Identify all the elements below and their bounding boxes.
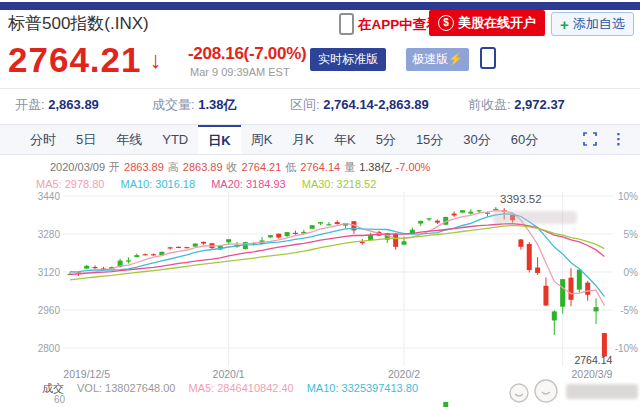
volume-scale-label: 60 [54,394,65,405]
more-options-icon[interactable]: ⋮ [611,130,626,148]
candle-body [569,278,574,300]
fast-version-label: 极速版 [412,52,448,66]
ma-legend-0: MA5: 2978.80 [36,178,105,190]
candle-body [143,254,148,255]
pct-axis-label: -10% [615,343,638,354]
candle-body [276,234,281,238]
candle-body [435,221,440,223]
candle-body [218,246,223,250]
candle-body [285,232,290,236]
candle-body [84,266,89,269]
fast-version-badge[interactable]: 极速版⚡ [406,48,469,71]
x-axis-label: 2020/2 [388,368,420,380]
tab-30分[interactable]: 30分 [453,125,500,154]
ohlc-label: 低 [285,161,296,173]
quote-timestamp: Mar 9 09:39AM EST [190,66,290,78]
candle-body [235,245,240,247]
candle-body [193,244,198,247]
price-axis-label: 3440 [38,191,61,202]
ohlc-value: 2863.89 [124,161,164,173]
ma-legend-1: MA10: 3016.18 [121,178,196,190]
tab-分时[interactable]: 分时 [20,125,66,154]
stock-quote-page: 标普500指数(.INX) 在APP中查看 $ 美股在线开户 + 添加自选 27… [0,0,640,407]
candle-body [243,242,248,249]
tab-年线[interactable]: 年线 [106,125,152,154]
candle-body [101,268,106,269]
ma20-line [70,224,604,275]
ma-legend-3: MA30: 3218.52 [302,178,377,190]
candle-body [226,239,231,242]
view-in-app-link[interactable]: 在APP中查看 [358,16,440,34]
candle-body [493,209,498,210]
candle-body [527,244,532,270]
watermark [493,211,638,402]
realtime-version-badge[interactable]: 实时标准版 [310,48,386,71]
tab-YTD[interactable]: YTD [152,125,198,154]
candle-body [402,241,407,244]
lightning-icon: ⚡ [448,52,463,66]
fullscreen-icon[interactable] [583,132,597,146]
candle-body [485,213,490,214]
tab-年K[interactable]: 年K [324,125,366,154]
dollar-circle-icon: $ [438,15,454,31]
ohlc-info-row: 2020/03/09开2863.89高2863.89收2764.21低2764.… [50,160,434,175]
stat-open: 开盘: 2,863.89 [15,96,99,114]
ohlc-label: 收 [227,161,238,173]
volume-bar-stub [443,402,448,407]
x-axis-label: 2020/3/9 [572,368,613,380]
tab-周K[interactable]: 周K [241,125,283,154]
tab-5分[interactable]: 5分 [366,125,406,154]
phone-icon [339,13,354,35]
candle-body [184,247,189,248]
stat-range: 区间: 2,764.14-2,863.89 [290,96,429,114]
candle-body [293,233,298,234]
tab-15分[interactable]: 15分 [406,125,453,154]
price-axis-label: 3120 [38,267,61,278]
candle-body [343,223,348,226]
candle-body [68,274,73,275]
candle-body [93,267,98,268]
ohlc-label: 量 [344,161,355,173]
candle-body [385,233,390,240]
page-title: 标普500指数(.INX) [8,12,149,35]
candle-body [326,224,331,225]
x-axis-label: 2020/1 [213,368,245,380]
candle-body [351,221,356,230]
pct-axis-label: 5% [624,229,639,240]
candle-body [159,252,164,255]
candle-body [360,242,365,243]
ma30-line [70,225,604,279]
candle-body [477,210,482,211]
tab-日K[interactable]: 日K [198,125,240,154]
open-account-button[interactable]: $ 美股在线开户 [429,10,545,36]
price-axis-label: 3280 [38,229,61,240]
mobile-version-icon[interactable] [480,47,496,69]
add-watchlist-button[interactable]: + 添加自选 [551,12,634,36]
volume-ma5: MA5: 2846410842.40 [188,382,293,394]
candle-body [552,311,557,320]
candle-body [209,243,214,248]
candle-body [543,286,548,306]
candlestick-chart[interactable]: 344010%32805%31200%2960-5%2800-10%2019/1… [0,188,640,407]
ohlc-value: 2863.89 [183,161,223,173]
tab-月K[interactable]: 月K [282,125,324,154]
candle-body [535,267,540,272]
open-account-label: 美股在线开户 [458,14,536,32]
tab-60分[interactable]: 60分 [501,125,548,154]
candle-body [109,267,114,269]
candle-body [460,210,465,212]
candle-body [418,221,423,224]
current-price: 2764.21 [8,40,142,80]
pct-axis-label: 10% [618,191,638,202]
candle-body [251,243,256,244]
price-axis-label: 2960 [38,305,61,316]
x-axis-label: 2019/12/5 [63,368,110,380]
candle-body [602,333,607,356]
candle-body [452,214,457,216]
candle-body [126,260,131,261]
tab-5日[interactable]: 5日 [66,125,106,154]
candle-body [318,222,323,223]
candle-body [268,235,273,237]
ma10-line [70,214,604,297]
volume-pane-label: 成交 [42,382,64,394]
